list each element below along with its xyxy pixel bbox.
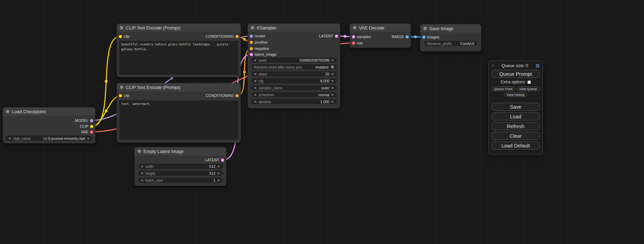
output-slot-conditioning[interactable]: CONDITIONING — [206, 34, 239, 39]
port-dot-clip[interactable] — [119, 94, 122, 97]
sampler-name-widget[interactable]: ◀ sampler_name euler ▶ — [251, 85, 337, 90]
node-clip-text-encode-negative[interactable]: CLIP Text Encode (Prompt) clip CONDITION… — [117, 83, 241, 143]
port-dot-conditioning[interactable] — [250, 47, 253, 50]
port-dot-conditioning[interactable] — [236, 35, 239, 38]
decrement-arrow-icon[interactable]: ◀ — [8, 137, 10, 140]
queue-prompt-button[interactable]: Queue Prompt — [492, 70, 540, 78]
width-widget[interactable]: ◀ width 512 ▶ — [138, 164, 223, 169]
decrement-arrow-icon[interactable]: ◀ — [254, 59, 256, 62]
port-dot-image[interactable] — [422, 36, 425, 39]
decrement-arrow-icon[interactable]: ◀ — [254, 100, 256, 103]
increment-arrow-icon[interactable]: ▶ — [332, 100, 334, 103]
view-history-button[interactable]: View History — [504, 92, 527, 97]
output-slot-image[interactable]: IMAGE — [392, 34, 409, 39]
height-widget[interactable]: ◀ height 512 ▶ — [138, 171, 223, 176]
increment-arrow-icon[interactable]: ▶ — [332, 59, 334, 62]
save-button[interactable]: Save — [492, 103, 540, 111]
steps-widget[interactable]: ◀ steps 20 ▶ — [251, 71, 337, 76]
decrement-arrow-icon[interactable]: ◀ — [254, 87, 256, 89]
port-dot-vae[interactable] — [352, 42, 355, 45]
node-title-bar[interactable]: Load Checkpoint — [3, 107, 95, 116]
toggle-dot-icon[interactable] — [331, 65, 334, 69]
decrement-arrow-icon[interactable]: ◀ — [254, 80, 256, 82]
increment-arrow-icon[interactable]: ▶ — [218, 172, 220, 175]
port-dot-clip[interactable] — [90, 125, 93, 128]
port-dot-model[interactable] — [250, 35, 253, 38]
output-slot-clip[interactable]: CLIP — [80, 124, 93, 129]
increment-arrow-icon[interactable]: ▶ — [332, 80, 334, 82]
settings-gear-icon[interactable]: ⚙ — [535, 63, 540, 69]
extra-options-checkbox[interactable] — [528, 81, 531, 84]
output-slot-conditioning[interactable]: CONDITIONING — [206, 93, 239, 98]
refresh-button[interactable]: Refresh — [492, 122, 540, 130]
load-button[interactable]: Load — [492, 112, 540, 120]
output-slot-latent[interactable]: LATENT — [205, 157, 224, 162]
random-seed-toggle-widget[interactable]: Random seed after every gen enabled — [251, 64, 337, 70]
denoise-widget[interactable]: ◀ denoise 1.000 ▶ — [251, 99, 337, 104]
increment-arrow-icon[interactable]: ▶ — [218, 179, 220, 182]
decrement-arrow-icon[interactable]: ◀ — [141, 172, 143, 175]
load-default-button[interactable]: Load Default — [492, 142, 540, 150]
collapse-dot-icon[interactable] — [6, 110, 9, 113]
input-slot-clip[interactable]: clip — [119, 34, 130, 39]
input-slot-samples[interactable]: samples — [352, 34, 371, 39]
node-load-checkpoint[interactable]: Load Checkpoint MODEL CLIP VAE ◀ ckpt_na… — [3, 107, 95, 143]
decrement-arrow-icon[interactable]: ◀ — [141, 165, 143, 168]
node-title-bar[interactable]: VAE Decode — [350, 24, 411, 32]
decrement-arrow-icon[interactable]: ◀ — [141, 179, 143, 182]
input-slot-images[interactable]: images — [422, 35, 439, 39]
seed-widget[interactable]: ◀ seed 156680208700286 ▶ — [251, 57, 337, 63]
input-slot-latent-image[interactable]: latent_image — [250, 52, 276, 57]
node-clip-text-encode-positive[interactable]: CLIP Text Encode (Prompt) clip CONDITION… — [117, 24, 241, 77]
prompt-textarea[interactable]: beautiful scenery nature glass bottle la… — [119, 41, 238, 75]
output-slot-model[interactable]: MODEL — [75, 118, 93, 123]
ckpt-name-widget[interactable]: ◀ ckpt_name v1-5-pruned-emaonly.ckpt ▶ — [6, 136, 92, 141]
input-slot-clip[interactable]: clip — [119, 93, 130, 98]
port-dot-image[interactable] — [406, 35, 409, 38]
node-empty-latent-image[interactable]: Empty Latent Image LATENT ◀ width 512 ▶ … — [134, 147, 226, 186]
node-title-bar[interactable]: KSampler — [248, 24, 340, 32]
node-title-bar[interactable]: Save Image — [420, 24, 481, 33]
port-dot-latent[interactable] — [352, 35, 355, 38]
port-dot-conditioning[interactable] — [250, 41, 253, 44]
output-slot-latent[interactable]: LATENT — [319, 34, 338, 38]
increment-arrow-icon[interactable]: ▶ — [332, 87, 334, 89]
input-slot-vae[interactable]: vae — [352, 40, 363, 45]
cfg-widget[interactable]: ◀ cfg 8.000 ▶ — [251, 78, 337, 83]
node-vae-decode[interactable]: VAE Decode samples vae IMAGE — [350, 24, 411, 48]
increment-arrow-icon[interactable]: ▶ — [332, 93, 334, 96]
collapse-dot-icon[interactable] — [251, 26, 254, 29]
node-ksampler[interactable]: KSampler model positive negative latent_… — [248, 24, 340, 108]
filename-prefix-widget[interactable]: filename_prefix ComfyUI — [424, 41, 477, 46]
drag-handle-icon[interactable]: ⠿ — [492, 64, 494, 68]
collapse-dot-icon[interactable] — [120, 85, 123, 89]
collapse-dot-icon[interactable] — [423, 27, 427, 30]
port-dot-clip[interactable] — [119, 35, 122, 38]
node-save-image[interactable]: Save Image images filename_prefix ComfyU… — [420, 24, 481, 51]
port-dot-vae[interactable] — [90, 130, 93, 134]
input-slot-model[interactable]: model — [250, 34, 265, 38]
increment-arrow-icon[interactable]: ▶ — [88, 137, 90, 140]
increment-arrow-icon[interactable]: ▶ — [332, 73, 334, 75]
collapse-dot-icon[interactable] — [353, 26, 356, 29]
graph-canvas[interactable]: Load Checkpoint MODEL CLIP VAE ◀ ckpt_na… — [0, 0, 644, 244]
input-slot-positive[interactable]: positive — [250, 40, 267, 45]
port-dot-latent[interactable] — [335, 35, 338, 38]
increment-arrow-icon[interactable]: ▶ — [218, 165, 220, 168]
node-title-bar[interactable]: Empty Latent Image — [134, 147, 226, 155]
scheduler-widget[interactable]: ◀ scheduler normal ▶ — [251, 92, 337, 97]
node-title-bar[interactable]: CLIP Text Encode (Prompt) — [117, 24, 241, 32]
batch-size-widget[interactable]: ◀ batch_size 1 ▶ — [138, 178, 223, 183]
port-dot-latent[interactable] — [221, 159, 224, 162]
prompt-textarea[interactable]: text, watermark — [119, 100, 238, 140]
queue-front-button[interactable]: Queue Front — [492, 87, 515, 91]
node-title-bar[interactable]: CLIP Text Encode (Prompt) — [117, 83, 241, 91]
collapse-dot-icon[interactable] — [138, 150, 141, 153]
input-slot-negative[interactable]: negative — [250, 46, 269, 51]
view-queue-button[interactable]: View Queue — [517, 87, 540, 91]
collapse-dot-icon[interactable] — [120, 26, 123, 29]
decrement-arrow-icon[interactable]: ◀ — [254, 73, 256, 75]
decrement-arrow-icon[interactable]: ◀ — [254, 93, 256, 96]
port-dot-latent[interactable] — [250, 53, 253, 56]
clear-button[interactable]: Clear — [492, 132, 540, 140]
